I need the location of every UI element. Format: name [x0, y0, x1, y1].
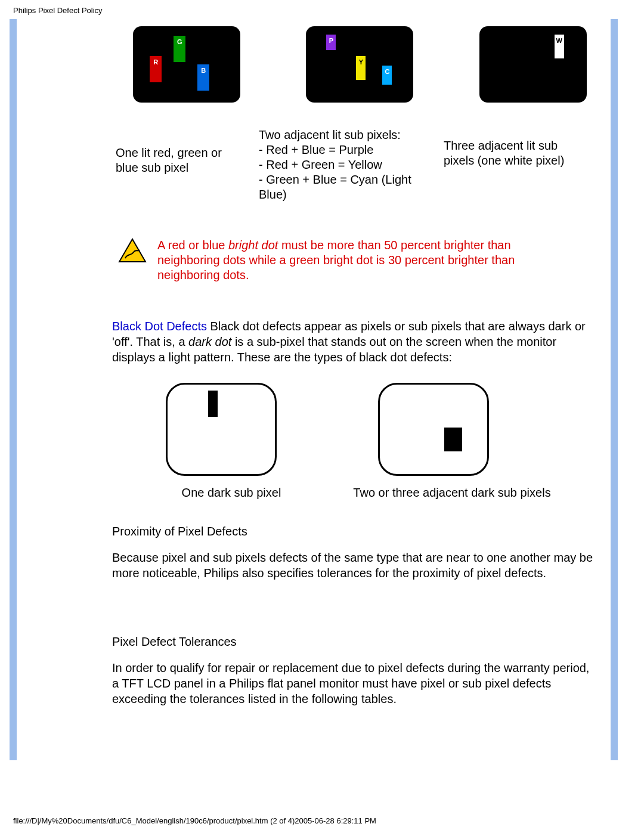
bright-screen-white: W	[467, 26, 599, 103]
caption-one-lit: One lit red, green or blue sub pixel	[116, 145, 241, 202]
bright-dot-warning: A red or blue bright dot must be more th…	[118, 238, 599, 283]
subpixel-blue: B	[197, 64, 209, 91]
proximity-body: Because pixel and sub pixels defects of …	[112, 550, 599, 581]
page-footer-path: file:///D|/My%20Documents/dfu/C6_Model/e…	[13, 816, 376, 826]
black-dot-lead: Black Dot Defects	[112, 320, 207, 333]
white-screen-single	[166, 383, 277, 476]
subpixel-red: R	[150, 56, 162, 82]
caption-two-l2: - Red + Green = Yellow	[259, 158, 382, 171]
black-screen-white: W	[479, 26, 587, 103]
caption-one-dark: One dark sub pixel	[166, 485, 297, 500]
bright-defect-illustrations: R G B P Y C W	[94, 26, 599, 103]
svg-marker-0	[119, 239, 145, 262]
page-content: R G B P Y C W	[17, 19, 611, 760]
dark-subpixel-multi	[444, 428, 462, 451]
subpixel-yellow: Y	[356, 56, 366, 80]
bright-screen-pyc: P Y C	[294, 26, 425, 103]
black-dot-em: dark dot	[188, 335, 231, 348]
warning-em: bright dot	[228, 239, 278, 252]
subpixel-green: G	[174, 36, 185, 62]
caption-two-lead: Two adjacent lit sub pixels:	[259, 128, 401, 141]
caption-two-l3: - Green + Blue = Cyan (Light Blue)	[259, 173, 411, 201]
black-screen-pyc: P Y C	[306, 26, 413, 103]
black-screen-rgb: R G B	[133, 26, 240, 103]
subpixel-purple: P	[326, 35, 336, 50]
dark-subpixel-single	[208, 391, 218, 417]
dark-defect-illustrations	[166, 383, 599, 476]
page-running-header: Philips Pixel Defect Policy	[13, 6, 631, 16]
warning-pre: A red or blue	[157, 239, 228, 252]
warning-text: A red or blue bright dot must be more th…	[157, 238, 563, 283]
caption-multi-dark: Two or three adjacent dark sub pixels	[339, 485, 565, 500]
tolerances-heading: Pixel Defect Tolerances	[112, 634, 599, 649]
caption-two-adjacent: Two adjacent lit sub pixels: - Red + Blu…	[259, 128, 426, 202]
spacer	[94, 599, 599, 628]
subpixel-cyan: C	[382, 66, 392, 85]
caption-two-l1: - Red + Blue = Purple	[259, 143, 373, 156]
bright-captions: One lit red, green or blue sub pixel Two…	[94, 128, 599, 202]
bright-screen-rgb: R G B	[121, 26, 252, 103]
black-dot-paragraph: Black Dot Defects Black dot defects appe…	[112, 318, 599, 365]
white-screen-multi	[378, 383, 489, 476]
tolerances-body: In order to qualify for repair or replac…	[112, 660, 599, 707]
caption-three-adjacent: Three adjacent lit sub pixels (one white…	[444, 138, 587, 202]
dark-captions: One dark sub pixel Two or three adjacent…	[166, 485, 599, 500]
warning-icon	[118, 238, 147, 264]
page-frame: R G B P Y C W	[10, 19, 618, 760]
subpixel-white: W	[555, 35, 564, 58]
proximity-heading: Proximity of Pixel Defects	[112, 524, 599, 539]
page: Philips Pixel Defect Policy R G B P Y C	[0, 0, 644, 833]
